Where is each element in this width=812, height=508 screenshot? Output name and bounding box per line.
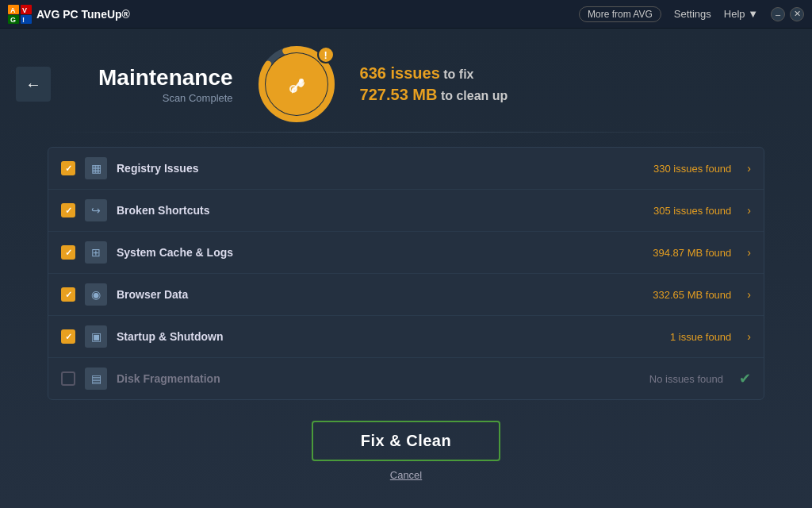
issue-result-startup: 1 issue found (670, 331, 731, 343)
size-count: 727.53 MB (360, 86, 438, 103)
issue-arrow-cache: › (747, 246, 751, 259)
stats-section: 636 issues to fix 727.53 MB to clean up (360, 64, 508, 104)
checkbox-shortcuts[interactable]: ✓ (61, 203, 75, 217)
check-mark: ✓ (65, 248, 72, 258)
checkbox-browser[interactable]: ✓ (61, 287, 75, 302)
issue-arrow-registry: › (747, 162, 751, 175)
issue-name-browser: Browser Data (117, 288, 643, 301)
window-controls: – ✕ (771, 7, 804, 21)
svg-text:!: ! (22, 16, 25, 24)
svg-text:⚙: ⚙ (291, 87, 297, 94)
actions-area: Fix & Clean Cancel (0, 408, 812, 487)
alert-badge: ! (317, 46, 335, 64)
titlebar-nav: More from AVG Settings Help ▼ (579, 6, 758, 22)
issue-row-startup[interactable]: ✓▣Startup & Shutdown1 issue found› (48, 316, 764, 358)
checkbox-cache[interactable]: ✓ (61, 245, 75, 260)
issue-result-disk: No issues found (649, 373, 723, 385)
checkbox-disk[interactable] (61, 371, 75, 386)
wrench-tool-icon: ⚙ (281, 68, 312, 100)
circle-inner: ⚙ (266, 53, 327, 115)
issues-stat: 636 issues to fix (360, 64, 508, 83)
close-button[interactable]: ✕ (790, 7, 804, 21)
cancel-link[interactable]: Cancel (390, 469, 422, 481)
checkbox-startup[interactable]: ✓ (61, 329, 75, 344)
avg-logo: A V G ! AVG PC TuneUp® (8, 5, 130, 24)
more-from-avg-link[interactable]: More from AVG (579, 6, 661, 22)
check-mark: ✓ (65, 164, 72, 174)
title-section: Maintenance Scan Complete (98, 65, 233, 104)
issue-row-disk[interactable]: ▤Disk FragmentationNo issues found✔ (48, 358, 764, 399)
avg-logo-icon: A V G ! (8, 5, 32, 24)
issue-row-browser[interactable]: ✓◉Browser Data332.65 MB found› (48, 274, 764, 316)
issue-name-startup: Startup & Shutdown (117, 330, 661, 343)
page-title: Maintenance (98, 65, 233, 90)
issue-result-registry: 330 issues found (653, 163, 731, 175)
check-mark: ✓ (65, 332, 72, 342)
svg-text:V: V (22, 6, 27, 14)
issues-count: 636 issues (360, 64, 440, 82)
size-stat: 727.53 MB to clean up (360, 86, 508, 104)
issue-result-browser: 332.65 MB found (653, 289, 731, 301)
issue-arrow-browser: › (747, 288, 751, 301)
svg-text:G: G (10, 16, 16, 24)
divider (48, 132, 764, 133)
issue-icon-cache: ⊞ (85, 241, 107, 264)
fix-clean-button[interactable]: Fix & Clean (312, 421, 500, 461)
issue-icon-shortcuts: ↪ (85, 199, 107, 221)
issues-list: ✓▦Registry Issues330 issues found›✓↪Brok… (48, 147, 764, 400)
issue-icon-registry: ▦ (85, 157, 107, 179)
header-area: ← Maintenance Scan Complete (0, 29, 812, 132)
issue-name-disk: Disk Fragmentation (117, 372, 640, 385)
titlebar: A V G ! AVG PC TuneUp® More from AVG Set… (0, 0, 812, 29)
titlebar-left: A V G ! AVG PC TuneUp® (8, 5, 130, 24)
settings-link[interactable]: Settings (674, 8, 711, 20)
minimize-button[interactable]: – (771, 7, 785, 21)
issue-result-shortcuts: 305 issues found (653, 205, 731, 217)
issue-icon-startup: ▣ (85, 325, 107, 348)
issue-row-cache[interactable]: ✓⊞System Cache & Logs394.87 MB found› (48, 232, 764, 274)
titlebar-right: More from AVG Settings Help ▼ – ✕ (579, 6, 804, 22)
help-link[interactable]: Help ▼ (724, 8, 758, 20)
issue-icon-browser: ◉ (85, 283, 107, 306)
page-subtitle: Scan Complete (98, 92, 233, 104)
size-label: to clean up (437, 89, 508, 102)
issue-icon-disk: ▤ (85, 368, 107, 390)
issue-name-registry: Registry Issues (117, 162, 644, 175)
issue-done-disk: ✔ (739, 370, 751, 387)
issue-arrow-shortcuts: › (747, 204, 751, 217)
svg-point-11 (299, 79, 304, 83)
back-button[interactable]: ← (16, 67, 51, 102)
app-name: AVG PC TuneUp® (36, 8, 130, 21)
issues-label: to fix (440, 67, 474, 81)
issue-name-cache: System Cache & Logs (117, 246, 643, 259)
issue-arrow-startup: › (747, 330, 751, 343)
svg-text:A: A (10, 6, 16, 14)
check-mark: ✓ (65, 206, 72, 216)
issue-row-registry[interactable]: ✓▦Registry Issues330 issues found› (48, 148, 764, 190)
main-content: ← Maintenance Scan Complete (0, 29, 812, 508)
issue-name-shortcuts: Broken Shortcuts (117, 204, 644, 217)
issue-row-shortcuts[interactable]: ✓↪Broken Shortcuts305 issues found› (48, 190, 764, 232)
svg-point-10 (282, 70, 311, 98)
check-mark: ✓ (65, 290, 72, 300)
issue-result-cache: 394.87 MB found (653, 247, 731, 259)
maintenance-icon: ⚙ ! (257, 44, 336, 124)
checkbox-registry[interactable]: ✓ (61, 161, 75, 175)
